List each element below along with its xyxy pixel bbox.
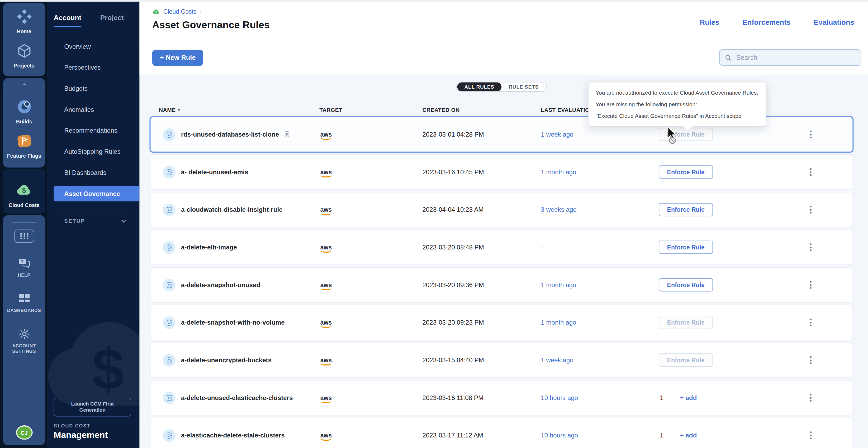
aws-logo-swoosh	[321, 250, 332, 252]
created-on-cell: 2023-03-15 04:40 PM	[422, 357, 541, 364]
created-on-cell: 2023-04-04 10:23 AM	[422, 206, 541, 213]
rule-badge	[163, 166, 176, 178]
row-menu-button[interactable]	[807, 127, 815, 142]
aws-logo-text: aws	[320, 169, 332, 175]
aws-logo: aws	[319, 319, 333, 328]
table-row[interactable]: a- delete-unused-amisaws2023-03-16 10:45…	[151, 155, 853, 189]
rail-item-feature-flags[interactable]: Feature Flags	[7, 132, 41, 159]
rail-top-panel: HomeProjects	[3, 3, 45, 76]
rule-name-cell: a-delete-elb-image	[181, 244, 319, 250]
rule-icon	[163, 313, 176, 331]
breadcrumb-cloud-costs-link[interactable]: Cloud Costs	[163, 8, 196, 15]
action-cell: 1+ add	[659, 394, 807, 401]
column-header-created-on: CREATED ON	[422, 106, 541, 113]
sidebar-item-overview[interactable]: Overview	[47, 36, 140, 57]
toggle-option-all-rules[interactable]: ALL RULES	[457, 82, 502, 92]
table-row[interactable]: a-delete-snapshot-with-no-volumeaws2023-…	[151, 305, 853, 340]
row-menu-button[interactable]	[807, 240, 815, 254]
sidebar-item-perspectives[interactable]: Perspectives	[47, 57, 140, 78]
column-header-name[interactable]: NAME ▾	[151, 106, 319, 113]
rail-mid-panel: BuildsFeature Flags	[3, 78, 45, 168]
last-evaluation-cell: 1 week ago	[541, 131, 659, 138]
enforcements-cell: 1+ add	[659, 432, 807, 439]
rule-badge	[163, 241, 176, 254]
aws-logo-text: aws	[320, 319, 332, 325]
menu-cell	[807, 390, 852, 405]
sidebar-item-setup[interactable]: SETUP	[47, 216, 140, 226]
table-row[interactable]: a-delete-elb-imageaws2023-03-20 08:48 PM…	[151, 230, 853, 265]
rail-item-projects[interactable]: Projects	[14, 42, 35, 69]
copy-icon[interactable]	[283, 131, 290, 138]
enforce-rule-button[interactable]: Enforce Rule	[659, 203, 713, 216]
aws-logo-swoosh	[321, 438, 332, 441]
table-row[interactable]: a-cloudwatch-disable-insight-ruleaws2023…	[151, 193, 853, 227]
rule-icon-cell	[151, 429, 181, 442]
table-row[interactable]: a-delete-unencrypted-bucketsaws2023-03-1…	[151, 343, 853, 377]
enforce-rule-button[interactable]: Enforce Rule	[659, 353, 713, 367]
rail-item-cloud-costs[interactable]: $Cloud Costs	[9, 181, 39, 208]
module-grid-button[interactable]	[14, 230, 34, 243]
nav-link-enforcements[interactable]: Enforcements	[743, 18, 791, 26]
target-cell: aws	[319, 392, 422, 403]
rail-item-builds[interactable]: Builds	[15, 98, 33, 125]
enforce-rule-button[interactable]: Enforce Rule	[659, 278, 713, 291]
tab-account[interactable]: Account	[54, 14, 81, 27]
row-menu-button[interactable]	[807, 390, 815, 405]
tab-project[interactable]: Project	[100, 14, 124, 27]
sidebar-item-recommendations[interactable]: Recommendations	[47, 120, 140, 141]
search-input[interactable]	[735, 53, 856, 62]
table-row[interactable]: a-delete-snapshot-unusedaws2023-03-20 09…	[151, 268, 853, 302]
page-header: $ Cloud Costs › Asset Governance Rules R…	[140, 2, 868, 40]
enforce-rule-button[interactable]: Enforce Rule	[659, 165, 713, 178]
aws-logo: aws	[319, 433, 333, 441]
row-menu-button[interactable]	[807, 428, 815, 443]
tooltip-line: You are not authorized to execute Cloud …	[596, 87, 758, 98]
rail-item-home[interactable]: Home	[15, 8, 33, 34]
row-menu-button[interactable]	[807, 165, 815, 179]
nav-link-rules[interactable]: Rules	[700, 18, 719, 26]
aws-logo-swoosh	[321, 401, 332, 403]
rule-icon	[163, 163, 176, 181]
row-menu-button[interactable]	[807, 353, 815, 367]
target-cell: aws	[319, 279, 422, 290]
table-row[interactable]: a-delete-unused-elasticache-clustersaws2…	[151, 380, 853, 415]
sidebar-item-anomalies[interactable]: Anomalies	[47, 99, 140, 120]
enforce-rule-button[interactable]: Enforce Rule	[659, 316, 713, 329]
rule-icon	[163, 276, 176, 294]
rail-item-label: Feature Flags	[7, 153, 41, 159]
rail-item-account-settings[interactable]: ACCOUNT SETTINGS	[3, 327, 45, 355]
aws-logo-swoosh	[321, 137, 332, 140]
breadcrumb-separator: ›	[200, 8, 202, 15]
sidebar-divider	[60, 211, 127, 211]
new-rule-button[interactable]: + New Rule	[152, 49, 204, 66]
table-row[interactable]: a-elasticache-delete-stale-clustersaws20…	[151, 418, 853, 448]
add-enforcement-button[interactable]: + add	[680, 432, 697, 439]
setup-label: SETUP	[64, 217, 85, 223]
rail-item-help[interactable]: ?HELP	[17, 256, 31, 278]
rule-icon	[163, 238, 176, 256]
cloud-costs-icon: $	[15, 181, 33, 199]
row-menu-button[interactable]	[807, 278, 815, 292]
rail-item-dashboards[interactable]: DASHBOARDS	[7, 291, 41, 313]
menu-cell	[807, 353, 852, 367]
launch-ccm-first-gen-button[interactable]: Launch CCM First Generation	[54, 398, 131, 416]
toggle-option-rule-sets[interactable]: RULE SETS	[501, 82, 546, 92]
target-cell: aws	[319, 355, 422, 366]
menu-cell	[807, 428, 852, 443]
sidebar-item-bi-dashboards[interactable]: BI Dashboards	[47, 162, 140, 183]
sidebar-item-asset-governance[interactable]: Asset Governance	[54, 186, 140, 202]
rail-active-module: $Cloud Costs	[3, 169, 45, 214]
last-evaluation-cell: 1 month ago	[541, 282, 659, 288]
avatar[interactable]: CJ	[16, 425, 32, 440]
collapse-rail-button[interactable]	[3, 78, 45, 90]
row-menu-button[interactable]	[807, 203, 815, 217]
sidebar-item-autostopping-rules[interactable]: AutoStopping Rules	[47, 141, 140, 162]
add-enforcement-button[interactable]: + add	[680, 394, 697, 401]
enforce-rule-button[interactable]: Enforce Rule	[659, 240, 713, 254]
row-menu-button[interactable]	[807, 315, 815, 330]
nav-link-evaluations[interactable]: Evaluations	[814, 18, 854, 26]
rule-name: a-cloudwatch-disable-insight-rule	[181, 206, 283, 213]
sidebar-item-budgets[interactable]: Budgets	[47, 78, 140, 99]
rule-name-cell: a-delete-snapshot-with-no-volume	[181, 319, 319, 326]
product-name: Management	[54, 430, 133, 440]
